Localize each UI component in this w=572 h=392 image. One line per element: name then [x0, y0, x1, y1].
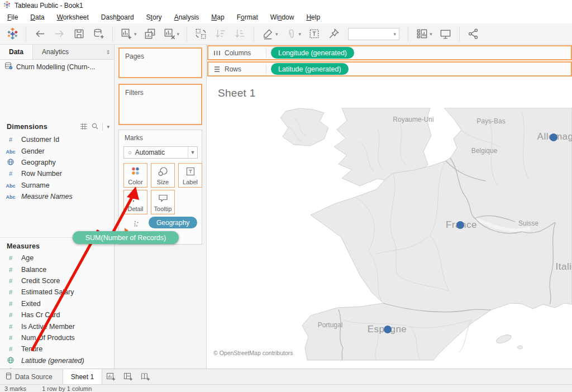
sort-descending-button[interactable] — [231, 26, 249, 42]
detail-button[interactable]: Detail — [123, 190, 147, 214]
new-worksheet-button[interactable]: ▾ — [117, 26, 140, 42]
tab-data-source[interactable]: Data Source — [0, 369, 63, 384]
group-members-button[interactable]: ▾ — [282, 26, 304, 42]
field-label: Balance — [21, 266, 46, 274]
panel-tabs: Data Analytics ⇕ — [0, 45, 114, 60]
tab-data[interactable]: Data — [0, 45, 33, 59]
save-button[interactable] — [70, 26, 88, 42]
sum-number-of-records-pill[interactable]: SUM(Number of Records) — [73, 231, 179, 244]
pages-label: Pages — [120, 49, 201, 60]
field-latitude-generated[interactable]: Latitude (generated) — [0, 355, 114, 366]
field-measure-names[interactable]: AbcMeasure Names — [0, 191, 114, 202]
add-data-icon — [92, 27, 105, 40]
swap-rows-columns-button[interactable] — [192, 26, 210, 42]
database-icon — [6, 372, 12, 381]
presentation-mode-button[interactable] — [436, 26, 455, 42]
size-button[interactable]: Size — [151, 163, 175, 188]
longitude-pill[interactable]: Longitude (generated) — [271, 47, 354, 59]
menu-worksheet[interactable]: Worksheet — [51, 12, 95, 23]
menu-analysis[interactable]: Analysis — [168, 12, 206, 23]
new-dashboard-button[interactable] — [120, 369, 137, 384]
map-label-royaume-uni: Royaume-Uni — [393, 116, 433, 123]
sort-ascending-button[interactable] — [211, 26, 230, 42]
abc-field-icon: Abc — [0, 182, 21, 189]
menu-map[interactable]: Map — [205, 12, 230, 23]
add-data-button[interactable] — [89, 26, 108, 42]
field-credit-score[interactable]: #Credit Score — [0, 275, 114, 286]
new-worksheet-button[interactable] — [102, 369, 120, 384]
field-customer-id[interactable]: #Customer Id — [0, 134, 114, 145]
field-exited[interactable]: #Exited — [0, 298, 114, 309]
menu-story[interactable]: Story — [140, 12, 168, 23]
data-source-row[interactable]: Churn Modelling (Churn-... — [0, 60, 114, 74]
pages-shelf[interactable]: Pages — [118, 47, 202, 78]
columns-label: Columns — [225, 49, 266, 57]
redo-icon — [53, 27, 66, 40]
filters-shelf[interactable]: Filters — [118, 84, 202, 125]
save-icon — [73, 27, 85, 40]
share-button[interactable] — [464, 26, 483, 42]
field-is-active-member[interactable]: #Is Active Member — [0, 321, 114, 332]
map-mark-dot[interactable] — [456, 221, 464, 229]
tab-analytics[interactable]: Analytics — [33, 45, 78, 59]
menu-dashboard[interactable]: Dashboard — [95, 12, 140, 23]
field-balance[interactable]: #Balance — [0, 264, 114, 275]
search-icon[interactable] — [92, 122, 98, 132]
swap-panes-icon[interactable]: ⇕ — [106, 45, 114, 59]
field-age[interactable]: #Age — [0, 252, 114, 264]
menu-data[interactable]: Data — [24, 12, 50, 23]
field-label: Num Of Products — [21, 334, 75, 342]
new-story-button[interactable] — [137, 369, 154, 384]
duplicate-sheet-button[interactable] — [141, 26, 159, 42]
undo-button[interactable] — [31, 26, 49, 42]
view-list-icon[interactable] — [80, 122, 88, 132]
field-has-cr-card[interactable]: #Has Cr Card — [0, 309, 114, 321]
sort-ascending-icon — [214, 27, 227, 40]
field-surname[interactable]: AbcSurname — [0, 180, 114, 191]
color-button[interactable]: Color — [123, 163, 147, 188]
fit-selector[interactable]: ▾ — [348, 28, 399, 40]
clear-sheet-button[interactable]: ▾ — [160, 26, 183, 42]
tab-sheet1-label: Sheet 1 — [71, 373, 94, 381]
measures-title: Measures — [7, 242, 40, 250]
field-geography[interactable]: Geography — [0, 157, 114, 168]
field-num-of-products[interactable]: #Num Of Products — [0, 332, 114, 343]
menu-help[interactable]: Help — [300, 12, 326, 23]
label-button[interactable]: Label — [178, 163, 202, 188]
rows-label: Rows — [225, 65, 266, 73]
field-row-number[interactable]: #Row Number — [0, 168, 114, 179]
map-mark-dot[interactable] — [384, 326, 392, 333]
field-tenure[interactable]: #Tenure — [0, 343, 114, 355]
geography-pill[interactable]: Geography — [149, 217, 197, 228]
field-estimated-salary[interactable]: #Estimated Salary — [0, 286, 114, 298]
tableau-logo-button[interactable] — [4, 26, 21, 42]
mark-type-dropdown[interactable]: ○ Automatic ▼ — [123, 146, 198, 159]
map-view[interactable]: Royaume-UniPays-BasAllemagneBelgiqueFran… — [209, 108, 572, 361]
tab-sheet1[interactable]: Sheet 1 — [63, 369, 102, 384]
marks-card[interactable]: Marks ○ Automatic ▼ ColorSizeLabelDetail… — [118, 130, 202, 245]
field-label: Estimated Salary — [21, 288, 74, 296]
fix-axes-icon — [327, 27, 340, 40]
dimensions-title: Dimensions — [7, 123, 47, 131]
show-cards-button[interactable]: ▾ — [413, 26, 435, 42]
menu-file[interactable]: File — [1, 12, 24, 23]
field-label: Is Active Member — [21, 323, 75, 331]
tooltip-button[interactable]: Tooltip — [151, 190, 175, 214]
share-icon — [467, 27, 480, 40]
columns-shelf[interactable]: Columns Longitude (generated) — [207, 45, 572, 60]
title-bar: Tableau Public - Book1 — [0, 0, 572, 11]
map-mark-dot[interactable] — [550, 133, 557, 141]
fix-axes-button[interactable] — [325, 26, 343, 42]
redo-button[interactable] — [50, 26, 69, 42]
globe-field-icon — [0, 357, 21, 365]
field-gender[interactable]: AbcGender — [0, 145, 114, 156]
clear-sheet-icon — [163, 27, 176, 40]
show-mark-labels-button[interactable] — [305, 26, 323, 42]
highlight-button[interactable]: ▾ — [259, 26, 281, 42]
menu-format[interactable]: Format — [231, 12, 264, 23]
dimensions-menu-caret-icon[interactable]: ▾ — [107, 124, 109, 130]
menu-window[interactable]: Window — [264, 12, 301, 23]
rows-shelf[interactable]: Rows Latitude (generated) — [207, 61, 572, 77]
latitude-pill[interactable]: Latitude (generated) — [271, 63, 349, 75]
field-label: Credit Score — [21, 277, 60, 285]
